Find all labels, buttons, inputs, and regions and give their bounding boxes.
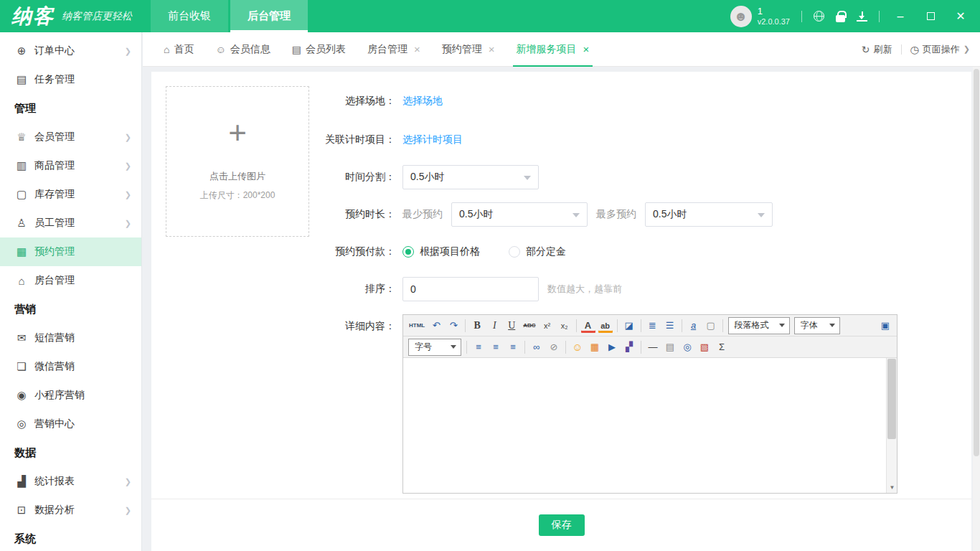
- lock-icon[interactable]: [836, 15, 845, 22]
- analysis-icon: ⊡: [14, 504, 29, 517]
- sort-order-input[interactable]: [402, 277, 539, 301]
- sidebar-item-marketing-center[interactable]: ◎ 营销中心: [0, 410, 141, 438]
- quote-button[interactable]: ▢: [703, 318, 719, 334]
- member-icon: ♕: [14, 131, 29, 143]
- bold-button[interactable]: B: [469, 318, 485, 334]
- sidebar-item-miniprogram-marketing[interactable]: ◉ 小程序营销: [0, 381, 141, 410]
- tab-close-icon[interactable]: ×: [583, 43, 590, 55]
- tabbar-actions: ↻ 刷新 ◷ 页面操作 ❯: [862, 43, 970, 56]
- tab-new-service-item[interactable]: 新增服务项目 ×: [506, 32, 600, 67]
- italic-button[interactable]: I: [486, 318, 502, 334]
- sidebar-item-member-management[interactable]: ♕ 会员管理 ❯: [0, 123, 141, 151]
- scroll-down-arrow-icon[interactable]: ▼: [887, 482, 897, 493]
- sidebar-item-statistics-report[interactable]: ▟ 统计报表 ❯: [0, 467, 141, 496]
- duration-label: 预约时长：: [316, 208, 395, 221]
- ordered-list-button[interactable]: ≣: [645, 318, 661, 334]
- minimize-button[interactable]: –: [891, 7, 910, 26]
- unlink-button[interactable]: ⊘: [546, 339, 562, 355]
- sidebar-item-room-management[interactable]: ⌂ 房台管理: [0, 266, 141, 295]
- strikethrough-button[interactable]: ABC: [521, 318, 537, 334]
- sidebar-item-wechat-marketing[interactable]: ❏ 微信营销: [0, 352, 141, 381]
- tab-home[interactable]: ⌂ 首页: [153, 32, 204, 67]
- tab-member-info[interactable]: ☺ 会员信息: [204, 32, 281, 67]
- marketing-center-icon: ◎: [14, 418, 29, 430]
- source-button[interactable]: HTML: [407, 318, 427, 334]
- editor-body[interactable]: ▼: [403, 358, 897, 493]
- sidebar-item-inventory-management[interactable]: ▢ 库存管理 ❯: [0, 180, 141, 209]
- select-venue-link[interactable]: 选择场地: [402, 95, 443, 108]
- time-split-select[interactable]: 0.5小时: [402, 165, 539, 189]
- print-button[interactable]: ▤: [662, 339, 678, 355]
- sidebar-item-order-center[interactable]: ⊕ 订单中心 ❯: [0, 37, 141, 65]
- refresh-label: 刷新: [874, 43, 892, 56]
- actions-divider: [901, 44, 902, 55]
- link-button[interactable]: ∞: [529, 339, 545, 355]
- max-duration-select[interactable]: 0.5小时: [645, 202, 773, 227]
- align-center-button[interactable]: ≡: [488, 339, 504, 355]
- min-duration-label: 最少预约: [402, 208, 443, 221]
- remove-format-button[interactable]: ◪: [621, 318, 637, 334]
- page-operations-button[interactable]: ◷ 页面操作 ❯: [910, 43, 970, 56]
- unordered-list-button[interactable]: ☰: [662, 318, 678, 334]
- user-account[interactable]: ☻ 1 v2.0.0.37: [730, 6, 790, 27]
- font-size-select[interactable]: 字号: [408, 339, 461, 356]
- editor-scrollbar-thumb[interactable]: [887, 359, 896, 439]
- sidebar-item-reservation-management[interactable]: ▦ 预约管理: [0, 237, 141, 266]
- maximize-button[interactable]: [921, 7, 940, 26]
- formula-button[interactable]: Σ: [714, 339, 730, 355]
- align-right-button[interactable]: ≡: [505, 339, 521, 355]
- fullscreen-button[interactable]: ▣: [877, 318, 893, 334]
- undo-button[interactable]: ↶: [428, 318, 444, 334]
- tab-reservation-management[interactable]: 预约管理 ×: [431, 32, 506, 67]
- sidebar-item-sms-marketing[interactable]: ✉ 短信营销: [0, 324, 141, 352]
- page-scrollbar-thumb[interactable]: [974, 69, 979, 456]
- page-scrollbar[interactable]: [973, 67, 980, 551]
- nav-tab-front-cashier[interactable]: 前台收银: [151, 0, 228, 32]
- toolbar-separator: [617, 319, 618, 332]
- globe-icon[interactable]: [814, 11, 824, 22]
- image-upload-box[interactable]: + 点击上传图片 上传尺寸：200*200: [166, 86, 309, 237]
- paste-button[interactable]: ▧: [697, 339, 712, 355]
- prepay-radio-partial-deposit[interactable]: 部分定金: [509, 245, 566, 258]
- tab-close-icon[interactable]: ×: [414, 43, 420, 55]
- avatar-person-icon: ☻: [734, 9, 748, 24]
- superscript-button[interactable]: x²: [540, 318, 555, 334]
- avatar[interactable]: ☻: [730, 6, 752, 27]
- nav-tab-backend-management[interactable]: 后台管理: [230, 0, 308, 32]
- emoticon-button[interactable]: ☺: [570, 339, 585, 355]
- sidebar-item-data-analysis[interactable]: ⊡ 数据分析 ❯: [0, 496, 141, 524]
- paragraph-format-select[interactable]: 段落格式: [728, 317, 790, 334]
- align-left-button[interactable]: ≡: [471, 339, 486, 355]
- min-duration-select[interactable]: 0.5小时: [451, 202, 588, 227]
- refresh-button[interactable]: ↻ 刷新: [862, 43, 892, 56]
- inventory-icon: ▢: [14, 188, 29, 201]
- toolbar-separator: [465, 319, 466, 332]
- editor-toolbar-row2: 字号 ≡ ≡ ≡ ∞ ⊘: [403, 336, 897, 358]
- media-button[interactable]: ▞: [621, 339, 637, 355]
- sidebar-item-task-management[interactable]: ▤ 任务管理: [0, 65, 141, 94]
- tab-room-management[interactable]: 房台管理 ×: [357, 32, 431, 67]
- font-color-button[interactable]: A: [580, 318, 596, 334]
- zoom-button[interactable]: ◎: [679, 339, 695, 355]
- hr-button[interactable]: ―: [645, 339, 661, 355]
- underline-button[interactable]: U: [504, 318, 519, 334]
- save-button[interactable]: 保存: [539, 514, 585, 536]
- subscript-button[interactable]: x₂: [557, 318, 573, 334]
- highlight-color-button[interactable]: ab: [598, 318, 613, 334]
- image-button[interactable]: ▦: [587, 339, 603, 355]
- prepay-radio-project-price[interactable]: 根据项目价格: [402, 245, 480, 258]
- font-family-select[interactable]: 字体: [794, 317, 840, 334]
- tab-member-list[interactable]: ▤ 会员列表: [281, 32, 357, 67]
- tab-close-icon[interactable]: ×: [489, 43, 495, 55]
- venue-label: 选择场地：: [316, 95, 395, 108]
- sidebar-item-staff-management[interactable]: ♙ 员工管理 ❯: [0, 209, 141, 237]
- field-timing-project: 关联计时项目： 选择计时项目: [316, 128, 971, 152]
- anchor-button[interactable]: a: [686, 318, 702, 334]
- editor-scrollbar[interactable]: ▼: [886, 358, 897, 493]
- select-timing-project-link[interactable]: 选择计时项目: [402, 133, 463, 146]
- download-icon[interactable]: [857, 11, 867, 22]
- close-button[interactable]: ✕: [951, 7, 970, 26]
- redo-button[interactable]: ↷: [446, 318, 461, 334]
- video-button[interactable]: ▶: [604, 339, 620, 355]
- sidebar-item-product-management[interactable]: ▥ 商品管理 ❯: [0, 151, 141, 180]
